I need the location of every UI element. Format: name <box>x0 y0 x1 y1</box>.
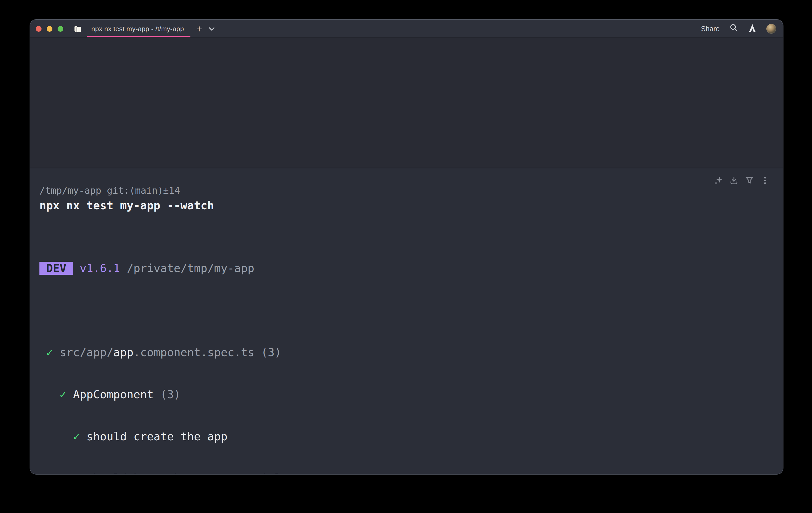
minimize-button[interactable] <box>47 26 52 32</box>
dev-badge: DEV <box>39 262 73 275</box>
command-block: /tmp/my-app git:(main)±14 npx nx test my… <box>30 168 783 475</box>
test-case-name: should have the 'my-app' title <box>86 472 288 475</box>
sparkles-ai-icon[interactable] <box>714 176 723 185</box>
vitest-version: v1.6.1 <box>73 262 120 275</box>
active-tab[interactable]: npx nx test my-app - /t/my-app <box>74 20 184 38</box>
workspace-path: /private/tmp/my-app <box>120 262 255 275</box>
test-case-row: ✓ should have the 'my-app' title <box>39 471 783 475</box>
share-button[interactable]: Share <box>701 25 720 33</box>
test-case-name: should create the app <box>86 430 228 443</box>
dev-server-line: DEV v1.6.1 /private/tmp/my-app <box>39 261 783 275</box>
tab-pages-icon <box>74 25 82 33</box>
test-suite-row: ✓ AppComponent (3) <box>39 387 783 401</box>
prompt-line: /tmp/my-app git:(main)±14 <box>39 183 783 197</box>
check-icon: ✓ <box>39 388 73 401</box>
command-output: DEV v1.6.1 /private/tmp/my-app ✓ src/app… <box>39 233 783 475</box>
command-line: npx nx test my-app --watch <box>39 198 783 213</box>
file-test-count: (3) <box>255 346 282 359</box>
terminal-content: /tmp/my-app git:(main)±14 npx nx test my… <box>30 38 783 475</box>
screen: npx nx test my-app - /t/my-app + Share <box>0 0 812 513</box>
search-icon[interactable] <box>729 23 738 34</box>
user-avatar[interactable] <box>766 24 776 34</box>
titlebar-controls: Share <box>701 20 776 38</box>
suite-name: AppComponent <box>73 388 153 401</box>
scrollback-empty-block <box>30 38 783 168</box>
file-ext: .component.spec.ts <box>134 346 255 359</box>
blank-line <box>39 303 783 317</box>
block-actions <box>714 176 770 185</box>
tab-title: npx nx test my-app - /t/my-app <box>91 25 184 33</box>
filter-icon[interactable] <box>745 176 754 185</box>
close-button[interactable] <box>36 26 41 32</box>
check-icon: ✓ <box>39 430 86 443</box>
title-bar: npx nx test my-app - /t/my-app + Share <box>30 20 783 38</box>
traffic-lights <box>36 20 63 38</box>
new-tab-button[interactable]: + <box>193 20 205 38</box>
check-icon: ✓ <box>39 472 86 475</box>
file-dir: src/app/ <box>60 346 113 359</box>
warp-logo-icon[interactable] <box>748 23 756 34</box>
test-case-row: ✓ should create the app <box>39 429 783 443</box>
suite-test-count: (3) <box>153 388 180 401</box>
check-icon: ✓ <box>39 346 60 359</box>
download-icon[interactable] <box>729 176 738 185</box>
zoom-button[interactable] <box>58 26 63 32</box>
active-tab-underline <box>87 36 191 37</box>
warp-window: npx nx test my-app - /t/my-app + Share <box>30 19 783 475</box>
file-basename: app <box>113 346 134 359</box>
tab-list-chevron-down-icon[interactable] <box>206 20 217 38</box>
kebab-menu-icon[interactable] <box>761 176 770 185</box>
test-file-row: ✓ src/app/app.component.spec.ts (3) <box>39 345 783 359</box>
